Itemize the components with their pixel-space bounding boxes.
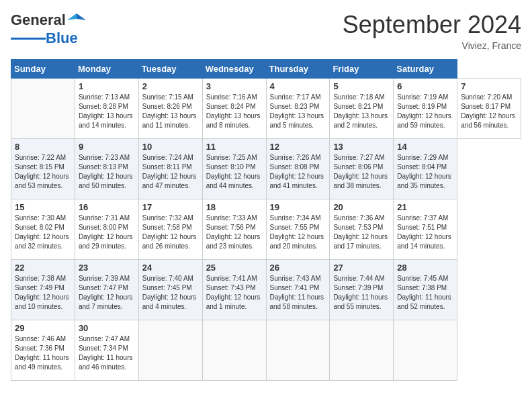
logo-bird-icon xyxy=(67,11,86,30)
day-number: 1 xyxy=(79,81,135,91)
day-number: 20 xyxy=(333,202,390,212)
day-number: 26 xyxy=(270,263,326,273)
calendar-cell: 16Sunrise: 7:31 AMSunset: 8:00 PMDayligh… xyxy=(75,199,138,260)
calendar-cell xyxy=(11,79,75,139)
day-number: 15 xyxy=(15,202,71,212)
calendar-cell: 9Sunrise: 7:23 AMSunset: 8:13 PMDaylight… xyxy=(75,139,138,199)
calendar-cell: 3Sunrise: 7:16 AMSunset: 8:24 PMDaylight… xyxy=(202,79,266,139)
weekday-header-sunday: Sunday xyxy=(11,60,75,79)
day-detail: Sunrise: 7:31 AMSunset: 8:00 PMDaylight:… xyxy=(79,214,135,251)
day-detail: Sunrise: 7:38 AMSunset: 7:49 PMDaylight:… xyxy=(15,274,71,312)
day-detail: Sunrise: 7:37 AMSunset: 7:51 PMDaylight:… xyxy=(397,214,453,251)
day-number: 11 xyxy=(206,142,263,152)
location: Viviez, France xyxy=(343,40,521,51)
calendar-cell: 27Sunrise: 7:44 AMSunset: 7:39 PMDayligh… xyxy=(330,260,394,320)
calendar-cell xyxy=(266,320,330,381)
calendar-cell: 12Sunrise: 7:26 AMSunset: 8:08 PMDayligh… xyxy=(266,139,330,199)
calendar-table: SundayMondayTuesdayWednesdayThursdayFrid… xyxy=(11,59,521,381)
day-number: 4 xyxy=(270,81,326,91)
calendar-cell: 14Sunrise: 7:29 AMSunset: 8:04 PMDayligh… xyxy=(394,139,457,199)
day-detail: Sunrise: 7:22 AMSunset: 8:15 PMDaylight:… xyxy=(15,153,71,191)
day-detail: Sunrise: 7:39 AMSunset: 7:47 PMDaylight:… xyxy=(79,274,135,312)
day-detail: Sunrise: 7:29 AMSunset: 8:04 PMDaylight:… xyxy=(397,153,453,191)
day-detail: Sunrise: 7:47 AMSunset: 7:34 PMDaylight:… xyxy=(79,334,135,372)
day-detail: Sunrise: 7:34 AMSunset: 7:55 PMDaylight:… xyxy=(270,214,326,251)
day-number: 10 xyxy=(142,142,199,152)
day-number: 18 xyxy=(206,202,263,212)
calendar-cell: 2Sunrise: 7:15 AMSunset: 8:26 PMDaylight… xyxy=(138,79,202,139)
day-number: 28 xyxy=(397,263,453,273)
day-number: 29 xyxy=(15,323,71,333)
day-detail: Sunrise: 7:36 AMSunset: 7:53 PMDaylight:… xyxy=(333,214,390,251)
day-number: 13 xyxy=(333,142,390,152)
day-detail: Sunrise: 7:16 AMSunset: 8:24 PMDaylight:… xyxy=(206,93,263,130)
day-number: 21 xyxy=(397,202,453,212)
calendar-cell: 21Sunrise: 7:37 AMSunset: 7:51 PMDayligh… xyxy=(394,199,457,260)
day-detail: Sunrise: 7:46 AMSunset: 7:36 PMDaylight:… xyxy=(15,334,71,372)
day-number: 17 xyxy=(142,202,199,212)
weekday-header-monday: Monday xyxy=(75,60,138,79)
calendar-cell: 26Sunrise: 7:43 AMSunset: 7:41 PMDayligh… xyxy=(266,260,330,320)
day-number: 30 xyxy=(79,323,135,333)
calendar-cell: 6Sunrise: 7:19 AMSunset: 8:19 PMDaylight… xyxy=(394,79,457,139)
weekday-header-tuesday: Tuesday xyxy=(138,60,202,79)
calendar-cell: 28Sunrise: 7:45 AMSunset: 7:38 PMDayligh… xyxy=(394,260,457,320)
day-detail: Sunrise: 7:32 AMSunset: 7:58 PMDaylight:… xyxy=(142,214,199,251)
calendar-cell: 1Sunrise: 7:13 AMSunset: 8:28 PMDaylight… xyxy=(75,79,138,139)
logo-blue: Blue xyxy=(46,30,78,47)
day-number: 16 xyxy=(79,202,135,212)
calendar-cell: 11Sunrise: 7:25 AMSunset: 8:10 PMDayligh… xyxy=(202,139,266,199)
day-number: 7 xyxy=(461,81,517,91)
day-detail: Sunrise: 7:33 AMSunset: 7:56 PMDaylight:… xyxy=(206,214,263,251)
day-detail: Sunrise: 7:19 AMSunset: 8:19 PMDaylight:… xyxy=(397,93,453,130)
day-detail: Sunrise: 7:23 AMSunset: 8:13 PMDaylight:… xyxy=(79,153,135,191)
calendar-cell: 17Sunrise: 7:32 AMSunset: 7:58 PMDayligh… xyxy=(138,199,202,260)
calendar-cell: 18Sunrise: 7:33 AMSunset: 7:56 PMDayligh… xyxy=(202,199,266,260)
day-number: 8 xyxy=(15,142,71,152)
calendar-cell: 10Sunrise: 7:24 AMSunset: 8:11 PMDayligh… xyxy=(138,139,202,199)
calendar-cell: 15Sunrise: 7:30 AMSunset: 8:02 PMDayligh… xyxy=(11,199,75,260)
day-number: 22 xyxy=(15,263,71,273)
day-detail: Sunrise: 7:44 AMSunset: 7:39 PMDaylight:… xyxy=(333,274,390,312)
svg-marker-1 xyxy=(67,13,77,20)
day-detail: Sunrise: 7:43 AMSunset: 7:41 PMDaylight:… xyxy=(270,274,326,312)
day-number: 12 xyxy=(270,142,326,152)
day-number: 5 xyxy=(333,81,390,91)
calendar-cell: 5Sunrise: 7:18 AMSunset: 8:21 PMDaylight… xyxy=(330,79,394,139)
day-number: 9 xyxy=(79,142,135,152)
weekday-header-thursday: Thursday xyxy=(266,60,330,79)
logo-general: General xyxy=(11,11,66,29)
day-number: 25 xyxy=(206,263,263,273)
day-detail: Sunrise: 7:45 AMSunset: 7:38 PMDaylight:… xyxy=(397,274,453,312)
day-detail: Sunrise: 7:20 AMSunset: 8:17 PMDaylight:… xyxy=(461,93,517,130)
day-detail: Sunrise: 7:41 AMSunset: 7:43 PMDaylight:… xyxy=(206,274,263,312)
calendar-cell: 23Sunrise: 7:39 AMSunset: 7:47 PMDayligh… xyxy=(75,260,138,320)
calendar-cell: 25Sunrise: 7:41 AMSunset: 7:43 PMDayligh… xyxy=(202,260,266,320)
calendar-cell: 4Sunrise: 7:17 AMSunset: 8:23 PMDaylight… xyxy=(266,79,330,139)
calendar-cell xyxy=(394,320,457,381)
svg-marker-0 xyxy=(77,13,86,20)
day-detail: Sunrise: 7:24 AMSunset: 8:11 PMDaylight:… xyxy=(142,153,199,191)
page-header: General Blue September 2024 Viviez, Fran… xyxy=(11,11,521,51)
day-detail: Sunrise: 7:27 AMSunset: 8:06 PMDaylight:… xyxy=(333,153,390,191)
day-detail: Sunrise: 7:30 AMSunset: 8:02 PMDaylight:… xyxy=(15,214,71,251)
logo: General Blue xyxy=(11,11,86,47)
calendar-cell: 7Sunrise: 7:20 AMSunset: 8:17 PMDaylight… xyxy=(457,79,521,139)
day-number: 19 xyxy=(270,202,326,212)
day-detail: Sunrise: 7:26 AMSunset: 8:08 PMDaylight:… xyxy=(270,153,326,191)
title-block: September 2024 Viviez, France xyxy=(343,11,521,51)
calendar-cell: 8Sunrise: 7:22 AMSunset: 8:15 PMDaylight… xyxy=(11,139,75,199)
day-detail: Sunrise: 7:15 AMSunset: 8:26 PMDaylight:… xyxy=(142,93,199,130)
day-detail: Sunrise: 7:17 AMSunset: 8:23 PMDaylight:… xyxy=(270,93,326,130)
calendar-cell: 20Sunrise: 7:36 AMSunset: 7:53 PMDayligh… xyxy=(330,199,394,260)
month-title: September 2024 xyxy=(343,11,521,39)
weekday-header-wednesday: Wednesday xyxy=(202,60,266,79)
calendar-cell: 13Sunrise: 7:27 AMSunset: 8:06 PMDayligh… xyxy=(330,139,394,199)
calendar-cell xyxy=(138,320,202,381)
calendar-cell: 22Sunrise: 7:38 AMSunset: 7:49 PMDayligh… xyxy=(11,260,75,320)
day-detail: Sunrise: 7:13 AMSunset: 8:28 PMDaylight:… xyxy=(79,93,135,130)
calendar-cell: 24Sunrise: 7:40 AMSunset: 7:45 PMDayligh… xyxy=(138,260,202,320)
day-number: 6 xyxy=(397,81,453,91)
calendar-cell: 29Sunrise: 7:46 AMSunset: 7:36 PMDayligh… xyxy=(11,320,75,381)
day-number: 23 xyxy=(79,263,135,273)
